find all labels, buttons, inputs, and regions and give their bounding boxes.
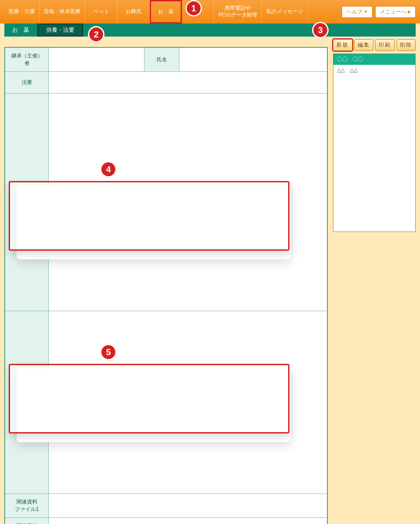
tab-grave[interactable]: お 墓 [4,24,37,37]
nav-medical-care[interactable]: 医療・介護 [4,0,40,24]
record-listbox[interactable]: 〇〇 〇〇 △△ △△ [333,54,416,232]
annotation-badge-3: 3 [312,22,329,38]
nav-grave[interactable]: お 墓 [150,0,182,24]
delete-button[interactable]: 削除 [396,39,416,51]
annotation-badge-5: 5 [100,344,117,360]
content-input-highlight[interactable] [9,181,289,251]
nav-my-message[interactable]: 私のメッセージ [262,0,308,24]
record-action-bar: 新規 編集 印刷 削除 [333,39,416,51]
nav-phone-pc-data[interactable]: 携帯電話や PCのデータ処理 [214,0,262,24]
nav-funeral[interactable]: お葬式 [118,0,150,24]
value-file2[interactable] [49,518,327,524]
top-navbar: 医療・介護 告知・終末医療 ペット お葬式 お 墓 携帯電話や PCのデータ処理… [0,0,420,24]
sub-tab-row: お 墓 供養・法要 2 3 [4,24,416,37]
annotation-badge-2: 2 [88,26,104,43]
nav-end-of-life[interactable]: 告知・終末医療 [40,0,85,24]
nav-pet[interactable]: ペット [85,0,118,24]
label-name: 氏名 [144,48,179,72]
value-successor[interactable] [49,48,144,72]
memo-input-highlight[interactable] [9,364,289,433]
list-row-1[interactable]: △△ △△ [333,65,415,76]
label-successor: 継承（主催）者 [5,48,49,72]
label-ritual: 法要 [5,72,49,94]
annotation-badge-1: 1 [185,0,202,17]
list-header[interactable]: 〇〇 〇〇 [333,54,415,65]
label-file1: 関連資料 ファイル1 [5,494,49,518]
memorial-form-table: 継承（主催）者 氏名 法要 内容 メモ [5,47,327,524]
value-name[interactable] [179,48,327,72]
annotation-badge-4: 4 [100,161,117,178]
value-file1[interactable] [49,494,327,518]
print-button[interactable]: 印刷 [375,39,395,51]
label-file2: 関連資料 ファイル2 [5,518,49,524]
edit-button[interactable]: 編集 [354,39,374,51]
menu-button[interactable]: メニューへ [375,6,416,18]
new-button[interactable]: 新規 [333,39,353,51]
tab-memorial[interactable]: 供養・法要 [37,24,83,37]
help-button[interactable]: ヘルプ [342,6,373,18]
value-ritual[interactable] [49,72,327,94]
